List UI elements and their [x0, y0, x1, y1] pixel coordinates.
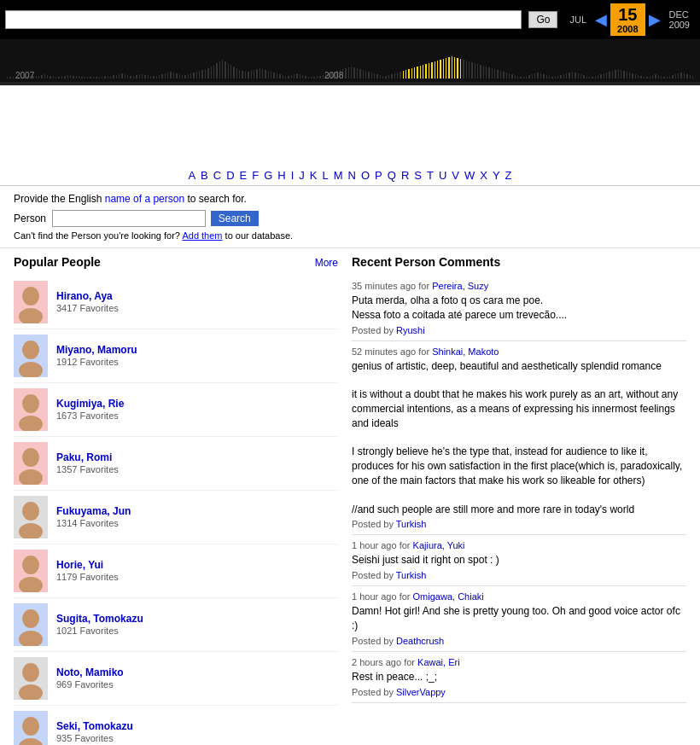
calendar-nav: JUL ◀ 15 2008 ▶ DEC2009 [564, 3, 695, 36]
person-name-link[interactable]: Paku, Romi [56, 451, 119, 463]
timeline-bar [425, 64, 426, 79]
timeline-bar [345, 68, 346, 79]
prev-arrow[interactable]: ◀ [592, 10, 610, 29]
poster-link[interactable]: Deathcrush [396, 636, 444, 646]
timeline-bar [403, 71, 404, 79]
person-list-item: Paku, Romi1357 Favorites [14, 437, 338, 491]
alpha-nav-letter-h[interactable]: H [277, 169, 285, 182]
alpha-nav-letter-p[interactable]: P [375, 169, 382, 182]
person-name-link[interactable]: Horie, Yui [56, 559, 119, 571]
timeline-bar [294, 74, 295, 79]
timeline-bar [165, 73, 166, 79]
timeline-bar [130, 76, 131, 79]
alpha-nav-letter-a[interactable]: A [188, 169, 195, 182]
next-arrow[interactable]: ▶ [645, 10, 664, 29]
recent-comments-heading: Recent Person Comments [352, 255, 686, 269]
more-link[interactable]: More [315, 257, 338, 269]
person-name-link[interactable]: Miyano, Mamoru [56, 344, 137, 356]
alpha-nav-letter-k[interactable]: K [310, 169, 318, 182]
alpha-nav-letter-e[interactable]: E [240, 169, 248, 182]
poster-link[interactable]: SilverVappy [396, 687, 446, 697]
timeline-bar [606, 73, 607, 79]
timeline-bar [644, 77, 645, 79]
person-name-link[interactable]: Seki, Tomokazu [56, 720, 133, 732]
timeline-bar [351, 67, 352, 79]
comment-person-link[interactable]: Pereira, Suzy [432, 281, 488, 291]
poster-link[interactable]: Ryushi [396, 325, 425, 335]
alpha-nav-letter-q[interactable]: Q [388, 169, 396, 182]
add-them-link[interactable]: Add them [182, 230, 222, 241]
alpha-nav-letter-l[interactable]: L [323, 169, 329, 182]
alpha-nav-letter-s[interactable]: S [414, 169, 422, 182]
timeline-bar [578, 73, 579, 79]
alpha-nav-letter-u[interactable]: U [439, 169, 446, 182]
person-name-link[interactable]: Sugita, Tomokazu [56, 613, 143, 625]
timeline-bar [388, 75, 389, 79]
alpha-nav-letter-b[interactable]: B [201, 169, 208, 182]
comment-time: 35 minutes ago for [352, 281, 432, 291]
timeline-bar [176, 73, 177, 79]
alpha-nav-letter-d[interactable]: D [226, 169, 234, 182]
alpha-nav-letter-z[interactable]: Z [505, 169, 512, 182]
timeline-bar [612, 71, 613, 79]
timeline-bar [623, 71, 624, 79]
alpha-nav-letter-f[interactable]: F [252, 169, 259, 182]
person-name-link[interactable]: Hirano, Aya [56, 290, 119, 302]
current-date: 15 2008 [610, 3, 645, 36]
alpha-nav-letter-y[interactable]: Y [493, 169, 500, 182]
alpha-nav-letter-r[interactable]: R [401, 169, 409, 182]
alpha-nav-letter-w[interactable]: W [464, 169, 475, 182]
poster-link[interactable]: Turkish [396, 570, 427, 580]
poster-link[interactable]: Turkish [396, 519, 427, 529]
person-name-link[interactable]: Noto, Mamiko [56, 666, 124, 678]
popular-people-heading: Popular People [14, 255, 101, 269]
timeline-bar [359, 69, 360, 79]
person-search-area: Provide the English name of a person to … [0, 186, 700, 248]
alpha-nav-letter-x[interactable]: X [480, 169, 487, 182]
person-name-link[interactable]: Kugimiya, Rie [56, 398, 124, 410]
timeline-bar [317, 76, 318, 79]
alpha-nav-letter-m[interactable]: M [334, 169, 343, 182]
timeline-bar [569, 73, 569, 79]
timeline-bar [503, 72, 504, 79]
timeline-bar [136, 75, 137, 79]
comment-person-link[interactable]: Shinkai, Makoto [432, 346, 499, 357]
alpha-nav-letter-j[interactable]: J [299, 169, 305, 182]
top-search-input[interactable] [5, 10, 522, 29]
comment-time: 2 hours ago for [352, 657, 417, 667]
timeline-bar [216, 63, 217, 79]
timeline-bar [457, 58, 458, 79]
comment-person-link[interactable]: Omigawa, Chiaki [413, 591, 484, 602]
comment-block: 1 hour ago for Omigawa, ChiakiDamn! Hot … [352, 586, 686, 652]
timeline-bar [483, 66, 484, 79]
timeline-bar [448, 57, 449, 79]
alpha-nav-letter-o[interactable]: O [361, 169, 370, 182]
alpha-nav-letter-g[interactable]: G [264, 169, 272, 182]
alpha-nav-letter-t[interactable]: T [427, 169, 434, 182]
timeline-bar [526, 76, 527, 79]
go-button[interactable]: Go [528, 11, 557, 28]
comment-person-link[interactable]: Kawai, Eri [417, 657, 460, 667]
timeline-bar [357, 68, 358, 79]
person-info: Miyano, Mamoru1912 Favorites [56, 344, 137, 368]
timeline-bar [678, 73, 679, 79]
timeline-bar [520, 77, 521, 79]
comment-person-link[interactable]: Kajiura, Yuki [413, 540, 465, 550]
timeline-bar [546, 75, 547, 79]
comment-block: 35 minutes ago for Pereira, SuzyPuta mer… [352, 276, 686, 341]
timeline-bar [376, 74, 377, 79]
alpha-nav-letter-c[interactable]: C [213, 169, 221, 182]
alpha-nav-letter-v[interactable]: V [452, 169, 459, 182]
person-search-input[interactable] [52, 210, 206, 227]
alpha-nav: ABCDEFGHIJKLMNOPQRSTUVWXYZ [0, 162, 700, 186]
timeline-bar [38, 76, 39, 79]
timeline-bar [225, 61, 225, 79]
comment-text: Damn! Hot girl! And she is pretty young … [352, 604, 686, 633]
alpha-nav-letter-n[interactable]: N [348, 169, 356, 182]
timeline-bar [488, 67, 489, 79]
timeline-bar [431, 62, 432, 79]
person-name-link[interactable]: Fukuyama, Jun [56, 505, 131, 517]
timeline-bar [285, 76, 286, 79]
alpha-nav-letter-i[interactable]: I [291, 169, 295, 182]
person-search-button[interactable]: Search [211, 211, 259, 226]
